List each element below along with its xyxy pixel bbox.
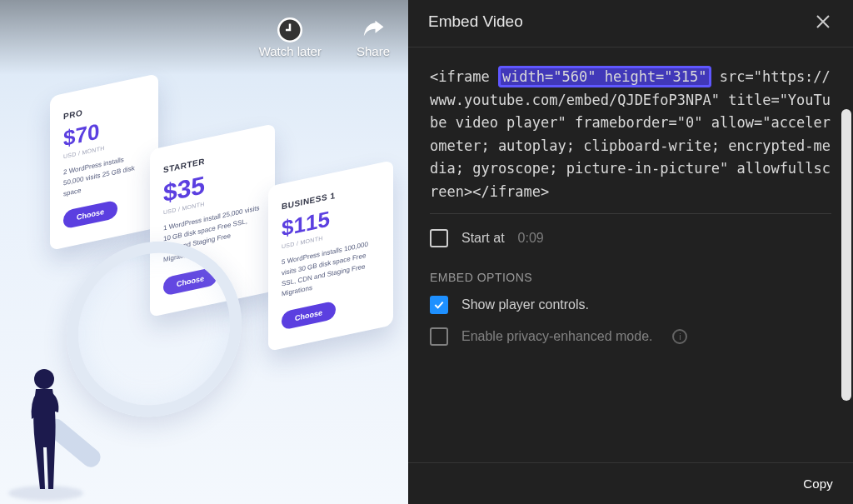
feature-list: 5 WordPress installs 100,000 visits 30 G… bbox=[282, 237, 380, 300]
embed-panel: Embed Video <iframe width="560" height="… bbox=[408, 0, 853, 504]
video-preview: Watch later Share PRO $70 USD / MONTH 2 … bbox=[0, 0, 408, 504]
pricing-scene: PRO $70 USD / MONTH 2 WordPress installs… bbox=[33, 108, 392, 467]
option-row: Enable privacy-enhanced mode. i bbox=[430, 327, 831, 346]
close-icon bbox=[813, 20, 833, 34]
close-button[interactable] bbox=[813, 12, 833, 32]
magnifier-icon bbox=[67, 236, 242, 423]
start-at-label: Start at bbox=[461, 231, 505, 246]
code-highlight: width="560" height="315" bbox=[498, 66, 711, 87]
code-prefix: <iframe bbox=[430, 68, 498, 85]
pricing-card: PRO $70 USD / MONTH 2 WordPress installs… bbox=[50, 73, 158, 251]
copy-button[interactable]: Copy bbox=[803, 477, 833, 491]
watch-later-label: Watch later bbox=[259, 44, 322, 58]
svg-point-0 bbox=[34, 369, 54, 389]
start-at-checkbox[interactable] bbox=[430, 229, 448, 247]
option-label: Enable privacy-enhanced mode. bbox=[461, 329, 652, 344]
info-icon[interactable]: i bbox=[672, 329, 687, 344]
start-at-value[interactable]: 0:09 bbox=[518, 231, 544, 246]
panel-body: <iframe width="560" height="315" src="ht… bbox=[408, 47, 853, 462]
embed-code[interactable]: <iframe width="560" height="315" src="ht… bbox=[430, 66, 831, 214]
code-suffix: src="https://www.youtube.com/embed/QJDEf… bbox=[430, 68, 831, 200]
person-illustration bbox=[15, 364, 73, 497]
panel-header: Embed Video bbox=[408, 0, 853, 47]
privacy-mode-checkbox[interactable] bbox=[430, 327, 448, 346]
feature-list: 2 WordPress installs 50,000 visits 25 GB… bbox=[63, 151, 145, 200]
share-icon bbox=[361, 17, 386, 42]
embed-options-heading: EMBED OPTIONS bbox=[430, 271, 831, 284]
start-at-row: Start at 0:09 bbox=[430, 229, 831, 247]
share-label: Share bbox=[357, 44, 390, 58]
option-row: Show player controls. bbox=[430, 296, 831, 314]
video-top-overlay: Watch later Share bbox=[0, 0, 408, 75]
panel-title: Embed Video bbox=[428, 12, 523, 31]
choose-button[interactable]: Choose bbox=[63, 200, 117, 230]
option-label: Show player controls. bbox=[461, 297, 589, 312]
choose-button[interactable]: Choose bbox=[282, 301, 336, 331]
player-controls-checkbox[interactable] bbox=[430, 296, 448, 314]
clock-icon bbox=[277, 17, 302, 42]
scrollbar[interactable] bbox=[841, 109, 851, 401]
watch-later-button[interactable]: Watch later bbox=[259, 17, 322, 58]
panel-footer: Copy bbox=[408, 462, 853, 504]
share-button[interactable]: Share bbox=[357, 17, 390, 58]
pricing-card: BUSINESS 1 $115 USD / MONTH 5 WordPress … bbox=[268, 160, 393, 352]
